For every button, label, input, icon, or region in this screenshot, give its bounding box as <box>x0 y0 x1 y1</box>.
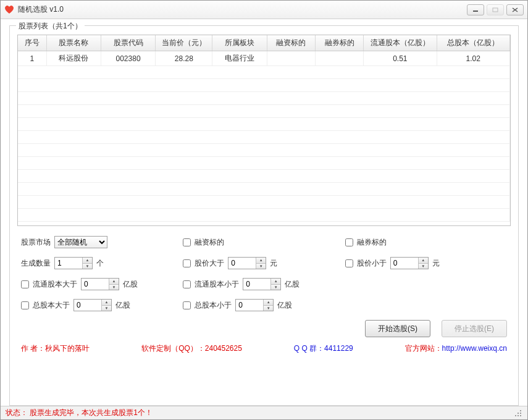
credits-row: 作 者：秋风下的落叶 软件定制（QQ）：240452625 Q Q 群：4411… <box>17 341 511 359</box>
cell-rqbd <box>315 51 363 66</box>
market-control: 股票市场 全部随机 <box>21 236 183 248</box>
spin-down-icon[interactable]: ▼ <box>83 264 92 269</box>
close-button[interactable] <box>506 4 524 15</box>
rzbd-label: 融资标的 <box>195 237 224 248</box>
price-gt-input[interactable] <box>228 258 256 269</box>
spin-down-icon[interactable]: ▼ <box>102 306 111 311</box>
spin-up-icon[interactable]: ▲ <box>109 279 119 285</box>
rqbd-checkbox[interactable] <box>345 238 353 246</box>
qqgroup-value: 4411229 <box>324 344 353 353</box>
qty-label: 生成数量 <box>21 258 51 269</box>
col-rqbd[interactable]: 融券标的 <box>315 35 363 51</box>
qty-spinner[interactable]: ▲▼ <box>54 257 93 269</box>
table-row: . <box>18 144 510 157</box>
table-header-row: 序号 股票名称 股票代码 当前价（元） 所属板块 融资标的 融券标的 流通股本（… <box>18 35 510 51</box>
cell-price: 28.28 <box>156 51 212 66</box>
custom-label: 软件定制（QQ）： <box>141 344 205 353</box>
table-row: . <box>18 183 510 196</box>
spin-up-icon[interactable]: ▲ <box>264 300 273 306</box>
floatcap-lt-input[interactable] <box>243 279 270 290</box>
qty-unit: 个 <box>96 258 104 269</box>
spin-up-icon[interactable]: ▲ <box>419 258 428 264</box>
content-area: 股票列表（共1个） 序号 股票名称 股票代码 当前价（元） 所属板块 <box>1 19 527 406</box>
author-block: 作 者：秋风下的落叶 <box>21 343 90 354</box>
spin-down-icon[interactable]: ▼ <box>419 264 428 269</box>
qty-input[interactable] <box>55 258 82 269</box>
qqgroup-label: Q Q 群： <box>294 344 324 353</box>
spin-down-icon[interactable]: ▼ <box>264 306 273 311</box>
totalcap-lt-spinner[interactable]: ▲▼ <box>235 299 274 311</box>
totalcap-gt-checkbox[interactable] <box>21 301 29 309</box>
col-seq[interactable]: 序号 <box>18 35 46 51</box>
spin-down-icon[interactable]: ▼ <box>271 285 280 290</box>
col-floatcap[interactable]: 流通股本（亿股） <box>364 35 437 51</box>
floatcap-gt-label: 流通股本大于 <box>33 279 77 290</box>
svg-rect-5 <box>515 415 516 416</box>
totalcap-gt-spinner[interactable]: ▲▼ <box>73 299 112 311</box>
cap-unit: 亿股 <box>285 279 300 290</box>
floatcap-gt-input[interactable] <box>82 279 109 290</box>
minimize-button[interactable] <box>467 4 484 15</box>
controls-grid: 股票市场 全部随机 融资标的 融券标的 生成数量 <box>17 226 511 314</box>
price-gt-spinner[interactable]: ▲▼ <box>228 257 266 269</box>
minimize-icon <box>472 7 479 12</box>
stop-button: 停止选股(E) <box>442 320 507 337</box>
cap-unit: 亿股 <box>277 300 292 311</box>
col-price[interactable]: 当前价（元） <box>156 35 212 51</box>
spin-up-icon[interactable]: ▲ <box>83 258 92 264</box>
table-row[interactable]: 1 科远股份 002380 28.28 电器行业 0.51 1.02 <box>18 51 510 66</box>
table-row: . <box>18 105 510 118</box>
start-button[interactable]: 开始选股(S) <box>365 320 430 337</box>
table-row: . <box>18 66 510 79</box>
col-rzbd[interactable]: 融资标的 <box>267 35 315 51</box>
cell-totalcap: 1.02 <box>437 51 509 66</box>
status-text-wrap: 状态： 股票生成完毕，本次共生成股票1个！ <box>6 408 153 418</box>
button-row: 开始选股(S) 停止选股(E) <box>17 314 511 341</box>
col-code[interactable]: 股票代码 <box>101 35 155 51</box>
stock-table: 序号 股票名称 股票代码 当前价（元） 所属板块 融资标的 融券标的 流通股本（… <box>18 35 510 222</box>
spin-down-icon[interactable]: ▼ <box>109 285 119 290</box>
totalcap-lt-checkbox[interactable] <box>183 301 191 309</box>
col-totalcap[interactable]: 总股本（亿股） <box>437 35 509 51</box>
floatcap-lt-checkbox[interactable] <box>183 280 191 288</box>
floatcap-gt-checkbox[interactable] <box>21 280 29 288</box>
totalcap-gt-input[interactable] <box>74 300 101 311</box>
stock-table-wrap[interactable]: 序号 股票名称 股票代码 当前价（元） 所属板块 融资标的 融券标的 流通股本（… <box>17 35 511 226</box>
close-icon <box>512 7 518 12</box>
price-gt-label: 股价大于 <box>195 258 224 269</box>
spin-down-icon[interactable]: ▼ <box>256 264 266 269</box>
stock-list-group: 股票列表（共1个） 序号 股票名称 股票代码 当前价（元） 所属板块 <box>9 25 519 406</box>
market-select[interactable]: 全部随机 <box>54 236 107 248</box>
rqbd-control: 融券标的 <box>345 236 507 248</box>
svg-rect-4 <box>520 413 521 414</box>
app-window: 随机选股 v1.0 股票列表（共1个） <box>0 0 528 420</box>
status-text: 股票生成完毕，本次共生成股票1个！ <box>30 408 153 417</box>
price-lt-input[interactable] <box>391 258 418 269</box>
col-sector[interactable]: 所属板块 <box>212 35 267 51</box>
col-name[interactable]: 股票名称 <box>46 35 101 51</box>
svg-rect-2 <box>520 415 521 416</box>
spin-up-icon[interactable]: ▲ <box>256 258 266 264</box>
totalcap-gt-control: 总股本大于 ▲▼ 亿股 <box>21 299 183 311</box>
table-row: . <box>18 92 510 105</box>
rzbd-checkbox[interactable] <box>183 238 191 246</box>
floatcap-lt-spinner[interactable]: ▲▼ <box>243 278 281 290</box>
table-row: . <box>18 131 510 144</box>
site-link[interactable]: http://www.weixq.cn <box>442 344 507 353</box>
custom-qq: 240452625 <box>205 344 242 353</box>
cell-rzbd <box>267 51 315 66</box>
cell-code: 002380 <box>101 51 155 66</box>
price-lt-spinner[interactable]: ▲▼ <box>390 257 429 269</box>
price-gt-checkbox[interactable] <box>183 259 191 267</box>
statusbar: 状态： 股票生成完毕，本次共生成股票1个！ <box>1 406 527 419</box>
site-block: 官方网站：http://www.weixq.cn <box>405 343 507 354</box>
svg-rect-3 <box>518 415 519 416</box>
table-row: . <box>18 79 510 92</box>
spin-up-icon[interactable]: ▲ <box>271 279 280 285</box>
floatcap-gt-spinner[interactable]: ▲▼ <box>81 278 119 290</box>
resize-grip-icon[interactable] <box>514 409 522 418</box>
price-lt-checkbox[interactable] <box>345 259 353 267</box>
spin-up-icon[interactable]: ▲ <box>102 300 111 306</box>
cell-name: 科远股份 <box>46 51 101 66</box>
totalcap-lt-input[interactable] <box>236 300 263 311</box>
